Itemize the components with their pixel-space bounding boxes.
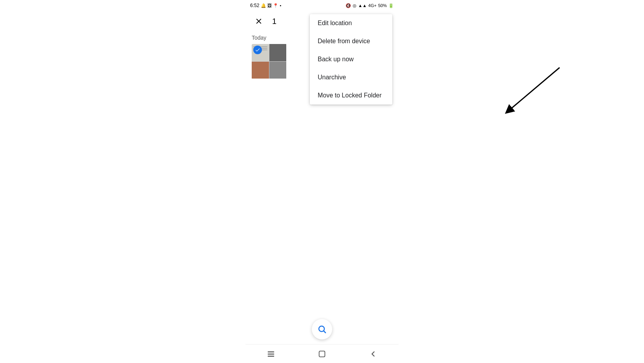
bottom-nav xyxy=(245,344,399,363)
menu-item-move-to-locked-folder[interactable]: Move to Locked Folder xyxy=(310,86,392,104)
menu-item-delete-from-device[interactable]: Delete from device xyxy=(310,32,392,50)
checkmark-icon xyxy=(255,47,260,53)
close-button[interactable] xyxy=(252,14,266,28)
search-fab[interactable] xyxy=(312,319,332,339)
status-time: 6:52 🔔 🖼 📍 • xyxy=(250,3,281,8)
mute-icon: 🔇 xyxy=(346,3,351,8)
svg-rect-4 xyxy=(268,354,274,354)
svg-rect-5 xyxy=(268,356,274,356)
menu-item-label-delete-from-device: Delete from device xyxy=(318,38,370,45)
search-icon xyxy=(317,324,327,334)
nav-menu-button[interactable] xyxy=(262,345,280,363)
menu-item-label-move-to-locked-folder: Move to Locked Folder xyxy=(318,92,382,99)
network-type: 4G+ xyxy=(368,3,377,8)
menu-item-edit-location[interactable]: Edit location xyxy=(310,14,392,32)
arrow-annotation xyxy=(505,60,567,126)
home-icon xyxy=(318,350,326,358)
nav-home-button[interactable] xyxy=(313,345,331,363)
photo-cell-4 xyxy=(269,62,287,79)
signal-icon: ▲▲ xyxy=(358,3,367,8)
check-badge xyxy=(253,46,262,54)
close-icon xyxy=(254,17,263,26)
battery-display: 50% xyxy=(378,3,387,8)
menu-item-unarchive[interactable]: Unarchive xyxy=(310,68,392,86)
menu-icon xyxy=(267,350,275,358)
dropdown-menu: Edit location Delete from device Back up… xyxy=(310,14,392,104)
nav-back-button[interactable] xyxy=(364,345,382,363)
back-icon xyxy=(369,350,377,358)
svg-rect-6 xyxy=(319,351,325,357)
battery-icon: 🔋 xyxy=(388,3,394,8)
photo-cell-3 xyxy=(252,62,269,79)
selected-count: 1 xyxy=(272,17,276,26)
menu-item-back-up-now[interactable]: Back up now xyxy=(310,50,392,68)
photo-thumbnail[interactable] xyxy=(252,44,287,79)
svg-rect-3 xyxy=(268,351,274,352)
time-display: 6:52 xyxy=(250,3,259,8)
svg-line-0 xyxy=(509,68,560,111)
svg-line-2 xyxy=(324,331,326,333)
status-bar: 6:52 🔔 🖼 📍 • 🔇 ◎ ▲▲ 4G+ 50% 🔋 xyxy=(245,0,399,11)
menu-item-label-unarchive: Unarchive xyxy=(318,74,346,81)
status-right-icons: 🔇 ◎ ▲▲ 4G+ 50% 🔋 xyxy=(346,3,394,8)
phone-screen: 6:52 🔔 🖼 📍 • 🔇 ◎ ▲▲ 4G+ 50% 🔋 1 Tod xyxy=(245,0,399,363)
menu-item-label-back-up-now: Back up now xyxy=(318,56,354,63)
photo-cell-2 xyxy=(269,44,287,61)
menu-item-label-edit-location: Edit location xyxy=(318,20,352,27)
wifi-icon: ◎ xyxy=(353,3,357,8)
notification-icons: 🔔 🖼 📍 • xyxy=(261,3,281,8)
